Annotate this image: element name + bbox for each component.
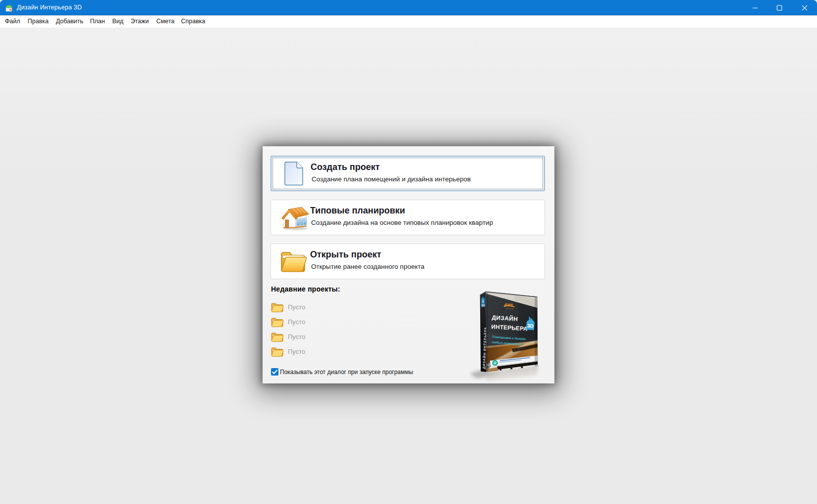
svg-text:3D: 3D <box>527 323 534 329</box>
svg-text:AMS: AMS <box>503 302 513 308</box>
svg-text:3D: 3D <box>481 304 485 307</box>
